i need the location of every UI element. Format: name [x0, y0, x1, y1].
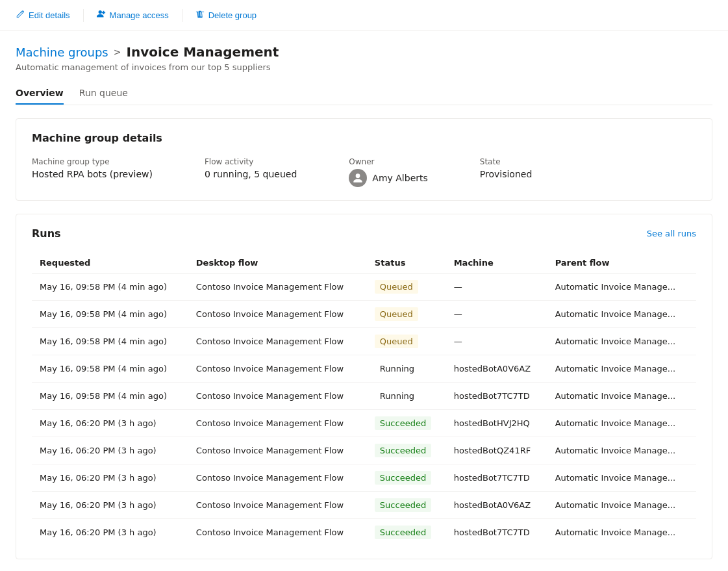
flow-label: Flow activity [205, 157, 297, 166]
see-all-runs-link[interactable]: See all runs [647, 229, 696, 238]
main-content: Machine groups > Invoice Management Auto… [0, 31, 728, 571]
toolbar-divider-2 [182, 9, 182, 22]
cell-desktop-flow: Contoso Invoice Management Flow [188, 301, 367, 328]
col-parent-flow: Parent flow [547, 253, 696, 273]
manage-access-icon [97, 10, 106, 21]
runs-table: Requested Desktop flow Status Machine Pa… [32, 253, 696, 546]
tab-overview[interactable]: Overview [16, 82, 64, 105]
page-subtitle: Automatic management of invoices from ou… [16, 62, 712, 72]
cell-machine: hostedBot7TC7TD [446, 383, 547, 410]
cell-requested: May 16, 09:58 PM (4 min ago) [32, 355, 188, 383]
cell-desktop-flow: Contoso Invoice Management Flow [188, 492, 367, 519]
cell-parent-flow: Automatic Invoice Manage... [547, 273, 696, 301]
cell-parent-flow: Automatic Invoice Manage... [547, 519, 696, 546]
cell-machine: hostedBot7TC7TD [446, 519, 547, 546]
table-header: Requested Desktop flow Status Machine Pa… [32, 253, 696, 273]
cell-status: Queued [367, 301, 446, 328]
cell-status: Running [367, 355, 446, 383]
cell-desktop-flow: Contoso Invoice Management Flow [188, 464, 367, 492]
cell-status: Succeeded [367, 519, 446, 546]
cell-desktop-flow: Contoso Invoice Management Flow [188, 355, 367, 383]
breadcrumb-separator: > [114, 47, 121, 57]
table-row: May 16, 06:20 PM (3 h ago) Contoso Invoi… [32, 492, 696, 519]
breadcrumb-parent[interactable]: Machine groups [16, 45, 108, 59]
table-row: May 16, 09:58 PM (4 min ago) Contoso Inv… [32, 273, 696, 301]
manage-access-button[interactable]: Manage access [92, 6, 174, 25]
cell-requested: May 16, 09:58 PM (4 min ago) [32, 273, 188, 301]
delete-group-button[interactable]: Delete group [190, 6, 262, 25]
cell-status: Queued [367, 328, 446, 355]
cell-requested: May 16, 06:20 PM (3 h ago) [32, 437, 188, 464]
cell-desktop-flow: Contoso Invoice Management Flow [188, 328, 367, 355]
type-value: Hosted RPA bots (preview) [32, 169, 153, 179]
cell-desktop-flow: Contoso Invoice Management Flow [188, 383, 367, 410]
status-badge: Succeeded [375, 416, 431, 430]
cell-status: Succeeded [367, 492, 446, 519]
svg-point-0 [98, 10, 101, 14]
delete-icon [195, 10, 205, 21]
table-header-row: Requested Desktop flow Status Machine Pa… [32, 253, 696, 273]
owner-label: Owner [349, 157, 427, 166]
page-title: Invoice Management [126, 44, 279, 60]
card-title: Machine group details [32, 132, 696, 144]
status-badge: Succeeded [375, 526, 431, 539]
col-machine: Machine [446, 253, 547, 273]
tab-run-queue[interactable]: Run queue [79, 82, 128, 105]
cell-requested: May 16, 09:58 PM (4 min ago) [32, 301, 188, 328]
table-row: May 16, 09:58 PM (4 min ago) Contoso Inv… [32, 355, 696, 383]
status-badge: Succeeded [375, 498, 431, 512]
cell-desktop-flow: Contoso Invoice Management Flow [188, 437, 367, 464]
cell-desktop-flow: Contoso Invoice Management Flow [188, 519, 367, 546]
owner-value: Amy Alberts [372, 173, 427, 183]
type-label: Machine group type [32, 157, 153, 166]
cell-desktop-flow: Contoso Invoice Management Flow [188, 273, 367, 301]
flow-activity-detail: Flow activity 0 running, 5 queued [205, 157, 297, 187]
table-row: May 16, 09:58 PM (4 min ago) Contoso Inv… [32, 328, 696, 355]
cell-parent-flow: Automatic Invoice Manage... [547, 383, 696, 410]
tabs: Overview Run queue [16, 82, 712, 105]
owner-detail: Owner Amy Alberts [349, 157, 427, 187]
table-row: May 16, 06:20 PM (3 h ago) Contoso Invoi… [32, 519, 696, 546]
status-badge: Queued [375, 335, 418, 348]
table-row: May 16, 06:20 PM (3 h ago) Contoso Invoi… [32, 437, 696, 464]
cell-parent-flow: Automatic Invoice Manage... [547, 328, 696, 355]
table-row: May 16, 06:20 PM (3 h ago) Contoso Invoi… [32, 410, 696, 437]
state-detail: State Provisioned [480, 157, 533, 187]
cell-machine: — [446, 328, 547, 355]
col-status: Status [367, 253, 446, 273]
cell-machine: hostedBot7TC7TD [446, 464, 547, 492]
cell-status: Succeeded [367, 410, 446, 437]
runs-table-body: May 16, 09:58 PM (4 min ago) Contoso Inv… [32, 273, 696, 546]
cell-machine: — [446, 273, 547, 301]
table-row: May 16, 06:20 PM (3 h ago) Contoso Invoi… [32, 464, 696, 492]
cell-status: Succeeded [367, 437, 446, 464]
status-badge: Succeeded [375, 471, 431, 485]
status-badge: Succeeded [375, 444, 431, 457]
cell-machine: hostedBotA0V6AZ [446, 492, 547, 519]
cell-machine: hostedBotA0V6AZ [446, 355, 547, 383]
toolbar-divider-1 [83, 9, 84, 22]
runs-header: Runs See all runs [32, 227, 696, 240]
status-badge: Queued [375, 307, 418, 321]
col-desktop-flow: Desktop flow [188, 253, 367, 273]
edit-label: Edit details [29, 10, 70, 20]
manage-access-label: Manage access [110, 10, 169, 20]
edit-details-button[interactable]: Edit details [10, 6, 75, 25]
cell-requested: May 16, 09:58 PM (4 min ago) [32, 383, 188, 410]
col-requested: Requested [32, 253, 188, 273]
status-badge: Running [375, 389, 420, 403]
runs-card: Runs See all runs Requested Desktop flow… [16, 214, 712, 559]
breadcrumb: Machine groups > Invoice Management [16, 44, 712, 60]
cell-parent-flow: Automatic Invoice Manage... [547, 355, 696, 383]
type-detail: Machine group type Hosted RPA bots (prev… [32, 157, 153, 187]
table-row: May 16, 09:58 PM (4 min ago) Contoso Inv… [32, 383, 696, 410]
cell-status: Running [367, 383, 446, 410]
owner-row: Amy Alberts [349, 169, 427, 187]
state-value: Provisioned [480, 169, 533, 179]
state-label: State [480, 157, 533, 166]
table-row: May 16, 09:58 PM (4 min ago) Contoso Inv… [32, 301, 696, 328]
flow-value: 0 running, 5 queued [205, 169, 297, 179]
runs-title: Runs [32, 227, 61, 240]
cell-parent-flow: Automatic Invoice Manage... [547, 492, 696, 519]
cell-requested: May 16, 06:20 PM (3 h ago) [32, 410, 188, 437]
